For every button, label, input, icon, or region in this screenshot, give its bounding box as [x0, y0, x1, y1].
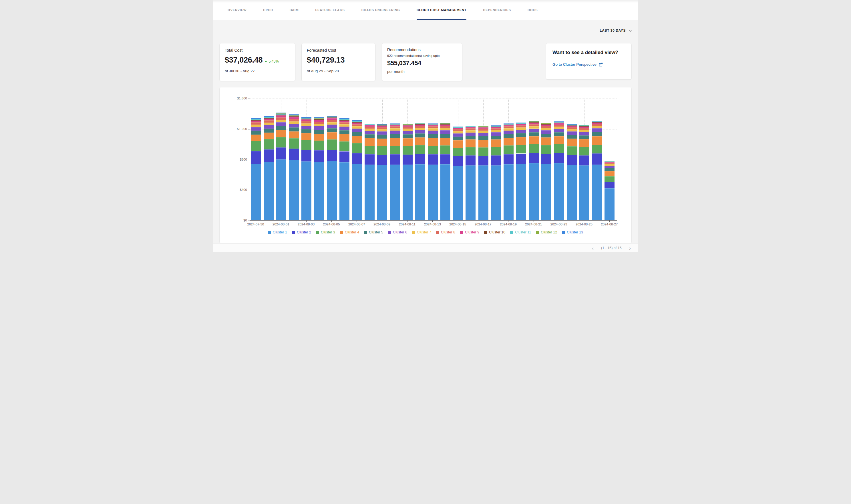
segment-cluster-2[interactable] [592, 154, 602, 165]
segment-cluster-8[interactable] [276, 118, 286, 120]
bar-2024-08-11[interactable] [403, 98, 413, 220]
segment-cluster-4[interactable] [301, 133, 311, 140]
segment-cluster-10[interactable] [554, 123, 564, 123]
segment-cluster-3[interactable] [516, 145, 526, 154]
segment-cluster-11[interactable] [428, 124, 438, 125]
segment-cluster-11[interactable] [276, 114, 286, 114]
segment-cluster-9[interactable] [390, 125, 400, 127]
segment-cluster-12[interactable] [264, 117, 274, 117]
segment-cluster-1[interactable] [479, 165, 488, 220]
segment-cluster-11[interactable] [504, 124, 514, 125]
segment-cluster-6[interactable] [327, 125, 337, 128]
segment-cluster-5[interactable] [352, 132, 362, 136]
legend-item-cluster-2[interactable]: Cluster 2 [292, 230, 311, 234]
segment-cluster-9[interactable] [403, 125, 413, 127]
segment-cluster-10[interactable] [605, 162, 614, 162]
segment-cluster-11[interactable] [440, 124, 450, 124]
segment-cluster-1[interactable] [289, 160, 299, 220]
bar-2024-08-07[interactable] [352, 98, 362, 220]
segment-cluster-2[interactable] [365, 154, 375, 165]
legend-item-cluster-13[interactable]: Cluster 13 [562, 230, 583, 234]
segment-cluster-9[interactable] [251, 121, 261, 122]
segment-cluster-1[interactable] [327, 161, 337, 220]
segment-cluster-9[interactable] [541, 125, 551, 126]
segment-cluster-5[interactable] [415, 133, 425, 138]
segment-cluster-9[interactable] [340, 121, 349, 122]
segment-cluster-7[interactable] [377, 129, 387, 131]
segment-cluster-2[interactable] [579, 156, 589, 165]
segment-cluster-8[interactable] [340, 122, 349, 125]
segment-cluster-12[interactable] [289, 115, 299, 116]
segment-cluster-9[interactable] [479, 127, 488, 129]
segment-cluster-4[interactable] [251, 134, 261, 141]
segment-cluster-13[interactable] [276, 112, 286, 114]
segment-cluster-6[interactable] [276, 122, 286, 126]
legend-item-cluster-11[interactable]: Cluster 11 [510, 230, 531, 234]
segment-cluster-8[interactable] [352, 124, 362, 126]
segment-cluster-11[interactable] [352, 121, 362, 122]
segment-cluster-11[interactable] [491, 126, 501, 126]
segment-cluster-6[interactable] [251, 127, 261, 131]
segment-cluster-3[interactable] [365, 146, 375, 155]
segment-cluster-1[interactable] [529, 163, 539, 220]
segment-cluster-9[interactable] [264, 119, 274, 120]
tab-ci-cd[interactable]: CI/CD [263, 0, 273, 20]
segment-cluster-9[interactable] [377, 126, 387, 127]
segment-cluster-9[interactable] [440, 125, 450, 126]
segment-cluster-12[interactable] [390, 124, 400, 124]
segment-cluster-9[interactable] [529, 123, 539, 124]
segment-cluster-5[interactable] [365, 134, 375, 138]
segment-cluster-6[interactable] [516, 130, 526, 133]
segment-cluster-7[interactable] [428, 128, 438, 130]
segment-cluster-8[interactable] [453, 129, 463, 131]
segment-cluster-11[interactable] [592, 122, 602, 122]
segment-cluster-9[interactable] [491, 127, 501, 128]
bar-2024-08-03[interactable] [301, 98, 311, 220]
segment-cluster-5[interactable] [276, 126, 286, 130]
segment-cluster-4[interactable] [541, 138, 551, 145]
segment-cluster-6[interactable] [340, 127, 349, 130]
segment-cluster-9[interactable] [516, 124, 526, 125]
bar-2024-08-20[interactable] [516, 98, 526, 220]
segment-cluster-4[interactable] [554, 136, 564, 144]
segment-cluster-3[interactable] [403, 146, 413, 155]
segment-cluster-12[interactable] [365, 124, 375, 124]
segment-cluster-5[interactable] [541, 134, 551, 138]
segment-cluster-12[interactable] [479, 126, 488, 127]
segment-cluster-8[interactable] [440, 126, 450, 128]
segment-cluster-12[interactable] [428, 124, 438, 124]
segment-cluster-5[interactable] [567, 135, 577, 139]
segment-cluster-4[interactable] [390, 138, 400, 146]
segment-cluster-1[interactable] [541, 164, 551, 220]
segment-cluster-11[interactable] [327, 117, 337, 118]
segment-cluster-6[interactable] [554, 129, 564, 132]
segment-cluster-8[interactable] [541, 126, 551, 128]
segment-cluster-2[interactable] [377, 155, 387, 165]
segment-cluster-2[interactable] [301, 150, 311, 161]
segment-cluster-1[interactable] [377, 165, 387, 220]
segment-cluster-10[interactable] [440, 124, 450, 125]
segment-cluster-2[interactable] [491, 156, 501, 165]
segment-cluster-12[interactable] [579, 125, 589, 125]
segment-cluster-8[interactable] [365, 127, 375, 129]
bar-2024-08-12[interactable] [415, 98, 425, 220]
segment-cluster-1[interactable] [403, 165, 413, 220]
segment-cluster-6[interactable] [289, 124, 299, 127]
bar-2024-08-24[interactable] [567, 98, 577, 220]
cluster-perspective-link[interactable]: Go to Cluster Perspective [553, 62, 625, 67]
segment-cluster-3[interactable] [390, 146, 400, 155]
segment-cluster-12[interactable] [516, 123, 526, 123]
segment-cluster-4[interactable] [314, 134, 324, 141]
segment-cluster-10[interactable] [251, 120, 261, 121]
segment-cluster-11[interactable] [541, 124, 551, 124]
bar-2024-08-18[interactable] [491, 98, 501, 220]
segment-cluster-10[interactable] [428, 125, 438, 125]
segment-cluster-6[interactable] [541, 130, 551, 134]
bar-2024-08-26[interactable] [592, 98, 602, 220]
tab-feature-flags[interactable]: FEATURE FLAGS [315, 0, 345, 20]
segment-cluster-12[interactable] [529, 121, 539, 122]
segment-cluster-5[interactable] [516, 133, 526, 137]
segment-cluster-8[interactable] [289, 119, 299, 122]
segment-cluster-9[interactable] [276, 115, 286, 118]
segment-cluster-5[interactable] [554, 132, 564, 136]
